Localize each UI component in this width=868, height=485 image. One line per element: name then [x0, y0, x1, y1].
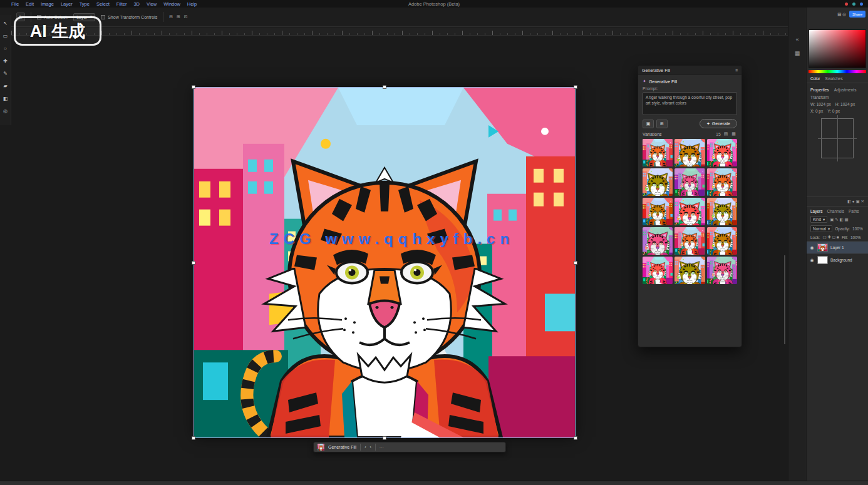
panels-icon[interactable]: ▦ [795, 50, 800, 56]
menu-view[interactable]: View [147, 1, 157, 7]
panel-header[interactable]: Generative Fill ≡ [638, 66, 741, 75]
properties-tabs: Properties Adjustments [807, 84, 868, 94]
variation-thumbnail[interactable] [643, 168, 673, 196]
menu-type[interactable]: Type [80, 1, 90, 7]
lock-icons[interactable]: ▢ ✚ ◻ ■ [823, 235, 839, 240]
divider [375, 444, 376, 451]
variation-thumbnail[interactable] [674, 198, 705, 225]
visibility-eye-icon[interactable]: ◉ [809, 245, 815, 250]
menu-filter[interactable]: Filter [116, 1, 127, 7]
variations-label: Variations [643, 132, 662, 136]
panel-footer-icons[interactable]: ◧ ● ▣ ✕ [807, 197, 868, 207]
tab-paths[interactable]: Paths [849, 209, 859, 213]
crop-tool-icon[interactable]: ✚ [1, 57, 9, 65]
menu-items: File Edit Image Layer Type Select Filter… [0, 1, 197, 7]
variation-thumbnail[interactable] [674, 257, 705, 284]
variation-thumbnail[interactable] [643, 139, 673, 166]
workspace-icons[interactable]: ▤ ◎ [837, 12, 846, 17]
generate-button[interactable]: ✦ Generate [700, 119, 737, 128]
blend-mode-select[interactable]: Normal ▾ [810, 225, 832, 232]
right-dock: ▤ ◎ Share Color Swatches Properties Adju… [806, 8, 868, 481]
taskbar-thumbnail[interactable] [318, 444, 324, 451]
show-transform-checkbox[interactable] [101, 15, 105, 19]
layer-row-layer1[interactable]: ◉ Layer 1 [807, 241, 868, 253]
tab-properties[interactable]: Properties [810, 88, 829, 92]
menu-layer[interactable]: Layer [61, 1, 73, 7]
filter-type-icons[interactable]: ▣ ✎ ◧ ▦ [830, 217, 848, 222]
layer-row-background[interactable]: ◉ Background [807, 253, 868, 266]
actions-row: ▣ ⊞ ✦ Generate [643, 119, 737, 128]
layer-name[interactable]: Background [830, 258, 852, 262]
menu-file[interactable]: File [11, 1, 19, 7]
next-variation-icon[interactable]: › [369, 445, 371, 449]
share-button[interactable]: Share [849, 11, 865, 18]
x-value[interactable]: X: 0 px [810, 109, 823, 113]
y-value[interactable]: Y: 0 px [827, 109, 840, 113]
transform-handle-w[interactable] [192, 261, 195, 265]
zoom-tool-icon[interactable]: ◎ [1, 107, 9, 115]
tab-adjustments[interactable]: Adjustments [834, 88, 857, 92]
variation-thumbnail[interactable] [707, 227, 737, 255]
settings-button[interactable]: ⊞ [656, 120, 668, 128]
variation-thumbnail[interactable] [643, 227, 673, 255]
variation-thumbnail[interactable] [707, 257, 737, 284]
pen-tool-icon[interactable]: ✎ [1, 69, 9, 78]
variation-thumbnail[interactable] [643, 257, 673, 284]
lasso-tool-icon[interactable]: ○ [1, 44, 9, 53]
show-transform-label: Show Transform Controls [108, 15, 157, 19]
variation-thumbnail[interactable] [674, 168, 705, 196]
variation-thumbnail[interactable] [707, 198, 737, 225]
more-options-icon[interactable]: ··· [380, 445, 384, 449]
tab-layers[interactable]: Layers [810, 209, 823, 213]
menu-window[interactable]: Window [163, 1, 180, 7]
transform-handle-sw[interactable] [192, 436, 195, 440]
layer-thumbnail[interactable] [817, 243, 828, 252]
opacity-value[interactable]: 100% [852, 227, 863, 231]
move-tool-icon[interactable]: ↖ [1, 19, 9, 28]
site-watermark: ZCG www.qqhxyfb.cn [269, 230, 514, 248]
gradient-tool-icon[interactable]: ◧ [1, 94, 9, 103]
layers-filter-row: Kind ▾ ▣ ✎ ◧ ▦ [807, 215, 868, 224]
taskbar-label[interactable]: Generative Fill [328, 445, 356, 449]
menu-3d[interactable]: 3D [133, 1, 140, 7]
visibility-eye-icon[interactable]: ◉ [809, 258, 815, 263]
variation-thumbnail[interactable] [707, 139, 737, 166]
variation-thumbnail[interactable] [674, 227, 705, 255]
panel-menu-icon[interactable]: ≡ [735, 68, 738, 73]
height-value[interactable]: H: 1024 px [835, 102, 855, 106]
menu-image[interactable]: Image [41, 1, 54, 7]
collapse-panels-icon[interactable]: « [795, 36, 798, 43]
transform-handle-n[interactable] [383, 85, 386, 89]
view-toggle-icons[interactable]: ▤ ▦ [724, 131, 737, 136]
fill-value[interactable]: 100% [850, 235, 861, 240]
marquee-tool-icon[interactable]: ▭ [1, 32, 9, 40]
filter-kind-select[interactable]: Kind ▾ [810, 216, 827, 223]
previous-variation-icon[interactable]: ‹ [364, 445, 366, 449]
transform-handle-nw[interactable] [192, 85, 195, 89]
layer-thumbnail[interactable] [817, 256, 828, 264]
menu-help[interactable]: Help [187, 1, 197, 7]
variation-thumbnail[interactable] [707, 168, 737, 196]
tab-color[interactable]: Color [810, 76, 820, 81]
menu-edit[interactable]: Edit [26, 1, 34, 7]
canvas-scrollbar[interactable] [784, 255, 785, 344]
brush-tool-icon[interactable]: ▰ [1, 82, 9, 90]
filter-kind-value: Kind [813, 217, 821, 222]
transform-handle-ne[interactable] [574, 85, 577, 89]
transform-handle-e[interactable] [574, 261, 577, 265]
menu-select[interactable]: Select [96, 1, 110, 7]
align-buttons-icons[interactable]: ⊟ ⊞ ⊡ [169, 14, 189, 19]
generated-image[interactable] [194, 88, 575, 437]
color-picker-field[interactable] [809, 29, 866, 68]
tab-channels[interactable]: Channels [827, 209, 844, 213]
reference-image-button[interactable]: ▣ [643, 120, 654, 128]
lock-row: Lock: ▢ ✚ ◻ ■ Fill: 100% [807, 233, 868, 241]
prompt-input[interactable]: A tiger walking through a colorful city … [643, 92, 737, 115]
variation-thumbnail[interactable] [643, 198, 673, 225]
variation-thumbnail[interactable] [674, 139, 705, 166]
width-value[interactable]: W: 1024 px [810, 102, 831, 106]
transform-handle-s[interactable] [383, 436, 386, 440]
transform-handle-se[interactable] [574, 436, 577, 440]
layer-name[interactable]: Layer 1 [830, 245, 844, 250]
tab-swatches[interactable]: Swatches [825, 76, 843, 81]
